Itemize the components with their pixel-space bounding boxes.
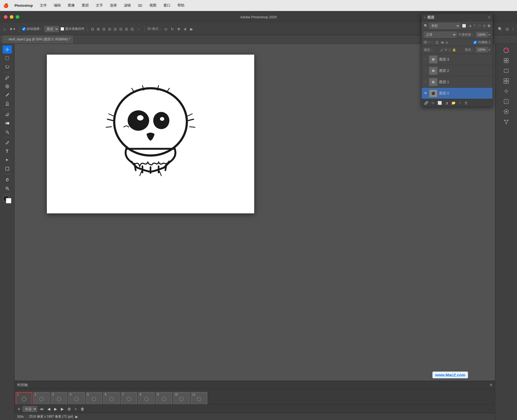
new-frame-button[interactable]: + bbox=[74, 406, 78, 412]
frame-thumb-11[interactable]: 11 bbox=[191, 392, 207, 406]
history-icon[interactable] bbox=[502, 97, 511, 106]
layers-close-button[interactable]: × bbox=[424, 16, 426, 19]
lock-transparency-icon[interactable]: ⬛ bbox=[435, 48, 439, 52]
move-tool-options[interactable]: ✥ ▾ bbox=[8, 27, 16, 31]
menu-3d[interactable]: 3D bbox=[137, 3, 144, 8]
3d-pan-button[interactable]: ↻ bbox=[170, 26, 175, 32]
layer0-visibility-icon[interactable]: 👁 bbox=[424, 91, 427, 95]
frame-thumb-5[interactable]: 5 bbox=[86, 392, 102, 406]
layer-item-2[interactable]: 👁 图层 2 bbox=[422, 65, 492, 76]
propagate-checkbox[interactable] bbox=[473, 41, 477, 44]
layer-filter-pixel-icon[interactable]: ⬜ bbox=[461, 24, 467, 28]
layer1-visibility-icon[interactable]: 👁 bbox=[424, 80, 427, 84]
menu-window[interactable]: 窗口 bbox=[162, 2, 172, 8]
frame-thumb-6[interactable]: 6 bbox=[103, 392, 120, 406]
menu-select[interactable]: 选择 bbox=[109, 2, 118, 8]
layer-filter-type-icon[interactable]: T bbox=[473, 24, 476, 28]
opacity-input[interactable] bbox=[476, 32, 488, 37]
apple-menu[interactable]: 🍎 bbox=[3, 3, 9, 8]
3d-roll-button[interactable]: ✥ bbox=[176, 26, 181, 32]
healing-tool[interactable] bbox=[3, 82, 12, 90]
color-wheel-icon[interactable] bbox=[502, 107, 511, 116]
unified-eye-icon[interactable] bbox=[441, 41, 444, 44]
more-options-button[interactable]: ··· bbox=[136, 27, 142, 31]
rectangle-select-tool[interactable] bbox=[3, 54, 12, 62]
3d-connections-icon[interactable] bbox=[502, 118, 511, 126]
adjustment-layer-button[interactable]: ◑ bbox=[444, 100, 449, 105]
frame-thumb-3[interactable]: 3 bbox=[51, 392, 67, 406]
tab-close-button[interactable]: × bbox=[5, 38, 7, 41]
play-button[interactable]: ▶ bbox=[53, 406, 58, 412]
frame-thumb-9[interactable]: 9 bbox=[156, 392, 172, 406]
layer-filter-smart-icon[interactable]: ⊞ bbox=[482, 24, 487, 28]
distribute-v-button[interactable]: ⊟ bbox=[130, 26, 135, 32]
effects-icon[interactable]: fx bbox=[446, 41, 448, 44]
eyedropper-tool[interactable] bbox=[3, 74, 12, 82]
layer2-visibility-icon[interactable]: 👁 bbox=[424, 69, 427, 73]
gradient-tool[interactable] bbox=[3, 119, 12, 127]
align-bottom-button[interactable]: ⊟ bbox=[118, 26, 123, 32]
delete-layer-button[interactable]: 🗑 bbox=[463, 100, 469, 105]
menu-image[interactable]: 图像 bbox=[67, 2, 76, 8]
share-button[interactable]: ↑ bbox=[511, 26, 515, 32]
delete-frame-button[interactable]: 🗑 bbox=[79, 406, 85, 412]
new-layer-button[interactable]: + bbox=[458, 100, 462, 105]
color-panel-icon[interactable] bbox=[502, 46, 511, 55]
patterns-icon[interactable] bbox=[502, 77, 511, 85]
hand-tool[interactable] bbox=[3, 176, 12, 184]
menu-type[interactable]: 文字 bbox=[95, 2, 104, 8]
fill-input[interactable] bbox=[476, 47, 488, 52]
loop-select[interactable]: 永远 一次 3次 bbox=[23, 406, 37, 412]
path-select-tool[interactable] bbox=[3, 156, 12, 164]
timeline-layers-icon[interactable]: ≡ bbox=[17, 406, 21, 412]
text-tool[interactable]: T bbox=[3, 147, 12, 156]
document-tab[interactable]: × skull_layer1.jpg @ 50% (图层 0, RGB/8#) … bbox=[2, 35, 74, 44]
layer-item-0[interactable]: 👁 图层 0 bbox=[422, 88, 492, 99]
panels-button[interactable]: ⊟ bbox=[505, 26, 510, 32]
align-right-button[interactable]: ⊟ bbox=[102, 26, 106, 32]
prev-frame-button[interactable]: ◀ bbox=[46, 406, 51, 412]
lock-artboard-icon[interactable]: ⬡ bbox=[448, 48, 451, 52]
lock-all-icon[interactable]: 🔒 bbox=[452, 48, 456, 52]
minimize-window-button[interactable] bbox=[10, 15, 13, 19]
align-center-h-button[interactable]: ⊞ bbox=[96, 26, 101, 32]
opacity-dropdown-icon[interactable]: ▾ bbox=[489, 33, 490, 37]
layer-item-3[interactable]: 👁 图层 3 bbox=[422, 54, 492, 65]
blend-mode-select[interactable]: 正常 bbox=[424, 32, 457, 38]
unified-link-icon[interactable] bbox=[435, 41, 439, 44]
distribute-h-button[interactable]: ⊟ bbox=[124, 26, 129, 32]
zoom-tool[interactable] bbox=[3, 184, 12, 192]
eraser-tool[interactable] bbox=[3, 111, 12, 119]
fill-dropdown-icon[interactable]: ▾ bbox=[489, 48, 490, 52]
menu-filter[interactable]: 滤镜 bbox=[123, 2, 132, 8]
timeline-menu-icon[interactable]: ≡ bbox=[490, 383, 492, 387]
pen-tool[interactable] bbox=[3, 139, 12, 147]
align-center-v-button[interactable]: ⊟ bbox=[113, 26, 118, 32]
layer-filter-shape-icon[interactable]: ⬡ bbox=[477, 24, 481, 28]
frame-thumb-7[interactable]: 7 bbox=[121, 392, 137, 406]
layers-panel-menu[interactable]: ≡ bbox=[488, 15, 490, 20]
adjustments-icon[interactable] bbox=[502, 66, 511, 75]
tween-button[interactable]: ⊞ bbox=[67, 406, 72, 412]
3d-slide-button[interactable]: ▶ bbox=[189, 26, 194, 32]
dodge-tool[interactable] bbox=[3, 128, 12, 136]
frame-thumb-2[interactable]: 2 bbox=[33, 392, 50, 406]
menu-photoshop[interactable]: Photoshop bbox=[13, 3, 34, 8]
menu-layer[interactable]: 图层 bbox=[81, 2, 90, 8]
menu-help[interactable]: 帮助 bbox=[176, 2, 186, 8]
close-window-button[interactable] bbox=[4, 15, 8, 19]
brushes-panel-icon[interactable] bbox=[502, 56, 511, 65]
add-mask-button[interactable]: ⬜ bbox=[437, 100, 443, 105]
3d-zoom-button[interactable]: ⊕ bbox=[183, 26, 188, 32]
home-button[interactable]: ⌂ bbox=[2, 27, 7, 31]
lock-move-icon[interactable]: ✥ bbox=[445, 48, 447, 52]
layers-filter-select[interactable]: 类型 bbox=[429, 23, 460, 29]
stamp-tool[interactable] bbox=[3, 100, 12, 108]
move-tool[interactable] bbox=[3, 45, 12, 54]
status-arrow[interactable]: ▶ bbox=[75, 415, 78, 419]
lock-paint-icon[interactable]: 🖌 bbox=[440, 48, 443, 52]
brush-tool[interactable] bbox=[3, 91, 12, 99]
new-group-button[interactable]: 📁 bbox=[450, 100, 456, 105]
lasso-tool[interactable] bbox=[3, 63, 12, 71]
menu-file[interactable]: 文件 bbox=[39, 2, 48, 8]
